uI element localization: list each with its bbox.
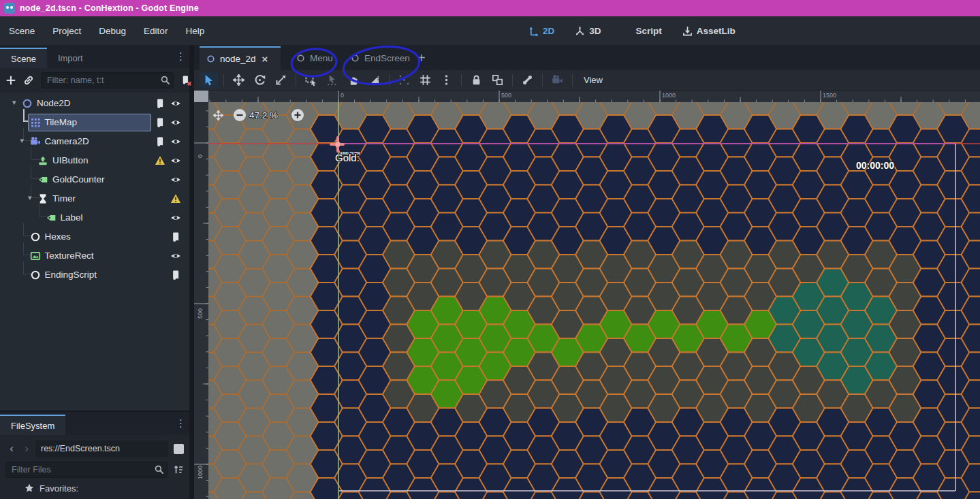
tree-row-uibutton[interactable]: UIButton	[0, 151, 189, 170]
eye-badge-icon[interactable]	[170, 117, 181, 128]
timer-node-icon	[37, 193, 48, 204]
tilemap-node-icon	[30, 117, 41, 128]
left-dock: SceneImport ⋮ ⋮ ▾Node2DTileMap▾Camera2DU…	[0, 45, 194, 499]
camera-preview-icon	[552, 74, 563, 86]
smart-snap-tool-button[interactable]	[395, 72, 413, 88]
mode3d-icon	[575, 26, 585, 36]
node2d-node-icon	[22, 98, 33, 109]
fs-back-button[interactable]: ‹	[5, 442, 18, 455]
move-tool-icon	[233, 74, 244, 86]
scene-tab-label: EndScreen	[364, 53, 410, 63]
editor-mode-switcher: 2D3DScriptAssetLib	[528, 16, 736, 45]
fs-split-mode-button[interactable]	[174, 444, 184, 454]
filesystem-panel: FileSystem ⋮ ‹ › res://EndScreen.tscn Fa…	[0, 412, 189, 499]
ruler-tool-button[interactable]	[365, 72, 383, 88]
bone-tool-button[interactable]	[518, 72, 537, 88]
mode-script[interactable]: Script	[622, 26, 662, 36]
camera-preview-button[interactable]	[548, 72, 567, 88]
eye-badge-icon[interactable]	[170, 98, 181, 109]
expand-caret-icon[interactable]: ▾	[28, 193, 32, 202]
canvas-toolbar: View	[194, 70, 980, 91]
uibutton-node-icon	[37, 155, 48, 166]
scene-tab-endscreen[interactable]: EndScreen	[344, 46, 410, 70]
scene-tabs-bar: + node_2d×MenuEndScreen	[194, 45, 980, 70]
svg-text:1000: 1000	[662, 92, 676, 99]
endingscript-node-icon	[30, 270, 41, 280]
move-tool-button[interactable]	[230, 72, 248, 88]
scene-panel-menu-icon[interactable]: ⋮	[176, 50, 185, 63]
menu-debug[interactable]: Debug	[90, 22, 135, 40]
script-badge-icon	[155, 136, 165, 147]
menu-editor[interactable]: Editor	[135, 22, 176, 40]
scene-tab-node_2d[interactable]: node_2d×	[200, 46, 281, 70]
eye-badge-icon[interactable]	[170, 212, 181, 223]
rotate-tool-button[interactable]	[251, 72, 269, 88]
view-menu-button[interactable]: View	[577, 75, 610, 85]
grid-snap-tool-button[interactable]	[416, 72, 434, 88]
godot-editor-window: node_2d.tscn - ConHextion - Godot Engine…	[0, 0, 980, 499]
menu-scene[interactable]: Scene	[0, 22, 44, 40]
tilemap-canvas[interactable]: END TURNGold:00:00:0047.2 %	[208, 102, 980, 499]
fs-forward-button[interactable]: ›	[20, 442, 33, 455]
list-select-tool-icon	[305, 74, 317, 86]
ruler-tool-icon	[368, 74, 380, 86]
filesystem-menu-icon[interactable]: ⋮	[176, 417, 185, 430]
expand-caret-icon[interactable]: ▾	[12, 98, 16, 107]
kebab-icon	[441, 74, 452, 86]
kebab-button[interactable]	[437, 72, 456, 88]
close-tab-icon[interactable]: ×	[262, 53, 268, 65]
eye-badge-icon[interactable]	[170, 251, 181, 261]
hexes-node-icon	[30, 231, 41, 242]
tab-filesystem[interactable]: FileSystem	[0, 415, 65, 435]
list-select-tool-button[interactable]	[302, 72, 320, 88]
fs-filter-input[interactable]	[5, 462, 168, 478]
expand-caret-icon[interactable]: ▾	[20, 136, 25, 145]
svg-text:500: 500	[197, 308, 204, 319]
favorites-row[interactable]: Favorites:	[0, 480, 189, 496]
node-label: UIButton	[52, 155, 89, 165]
menu-project[interactable]: Project	[44, 22, 90, 40]
mode-2d[interactable]: 2D	[528, 26, 554, 36]
scene-filter-input[interactable]	[41, 72, 174, 88]
script-icon	[622, 26, 632, 36]
tree-row-timer[interactable]: ▾Timer	[0, 189, 189, 208]
scale-tool-button[interactable]	[272, 72, 290, 88]
instance-scene-button[interactable]	[23, 75, 34, 86]
eye-badge-icon[interactable]	[170, 174, 181, 185]
star-icon	[25, 483, 34, 493]
mode-label: 2D	[543, 26, 554, 36]
scene-circle-icon	[206, 54, 215, 63]
tree-row-camera2d[interactable]: ▾Camera2D	[0, 132, 189, 151]
canvas-text: Gold:	[335, 152, 360, 163]
add-node-button[interactable]	[5, 75, 16, 86]
svg-text:1500: 1500	[823, 92, 836, 99]
mode-assetlib[interactable]: AssetLib	[682, 26, 736, 36]
group-tool-button[interactable]	[488, 72, 507, 88]
scene-tab-menu[interactable]: Menu	[289, 46, 335, 70]
tree-row-goldcounter[interactable]: GoldCounter	[0, 170, 189, 189]
detach-script-button[interactable]	[180, 75, 192, 86]
window-title: node_2d.tscn - ConHextion - Godot Engine	[20, 3, 199, 13]
toolbar-separator	[512, 74, 513, 86]
sort-icon[interactable]	[173, 464, 184, 475]
eye-badge-icon[interactable]	[170, 155, 181, 166]
mode-3d[interactable]: 3D	[575, 26, 601, 36]
scene-toolbar: ⋮	[0, 68, 189, 93]
ruler-corner	[194, 91, 208, 102]
sort-icon[interactable]	[173, 464, 184, 475]
eye-badge-icon[interactable]	[170, 136, 181, 147]
tree-row-endingscript[interactable]: EndingScript	[0, 265, 189, 285]
pan-tool-button[interactable]	[344, 72, 362, 88]
add-scene-tab-button[interactable]: +	[417, 50, 426, 66]
snap-pixel-tool-button[interactable]	[323, 72, 341, 88]
tab-scene[interactable]: Scene	[0, 48, 47, 68]
scene-panel-tabbar: SceneImport ⋮	[0, 45, 189, 68]
menu-help[interactable]: Help	[176, 22, 213, 40]
tab-import[interactable]: Import	[47, 48, 94, 68]
lock-tool-button[interactable]	[467, 72, 486, 88]
toolbar-separator	[389, 74, 390, 86]
fs-path[interactable]: res://EndScreen.tscn	[35, 440, 168, 457]
group-tool-icon	[492, 74, 503, 86]
scene-tab-label: Menu	[310, 53, 333, 63]
select-tool-button[interactable]	[200, 72, 218, 88]
